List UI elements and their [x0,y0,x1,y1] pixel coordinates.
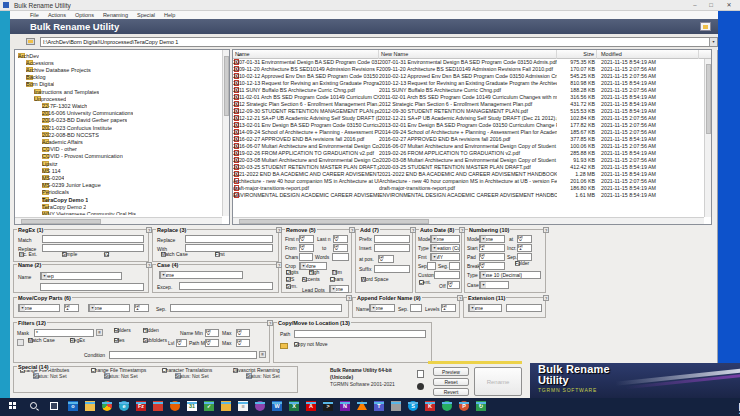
word-icon[interactable]: W [270,399,284,415]
teams-icon[interactable]: T [372,399,386,415]
menu-help[interactable]: Help [164,12,175,18]
tree-item[interactable]: Academic Affairs [16,138,221,145]
list-vertical-scrollbar[interactable] [704,59,711,217]
tree-item[interactable]: WNY Vietnamese Community Oral His [16,210,221,215]
tree-vertical-scrollbar[interactable] [222,50,229,216]
camera-app-icon[interactable] [389,399,403,415]
remove-words-input[interactable] [332,253,349,261]
firefox-icon[interactable] [168,399,182,415]
chrome-icon[interactable] [100,399,114,415]
group-help-button[interactable]: ? [349,227,355,233]
scrollbar-thumb[interactable] [224,56,229,116]
add-prefix-input[interactable] [374,235,410,243]
file-row[interactable]: A2011-02-01 Arch BS SED Program Code 101… [233,94,704,101]
group-help-button[interactable]: ? [457,295,463,301]
move-copy-spinner-2[interactable]: 1▴▾ [134,304,149,312]
group-help-button[interactable]: ? [543,227,549,233]
menu-options[interactable]: Options [75,12,94,18]
teracopy-icon[interactable]: ✓ [202,399,216,415]
group-help-button[interactable]: ? [410,227,416,233]
path-folder-icon[interactable] [26,38,35,45]
group-help-button[interactable]: ? [267,320,273,326]
file-row[interactable]: A2012-12-21 SA+P UB Academic Advising Se… [233,115,704,122]
outlook-icon[interactable]: o [66,399,80,415]
numbering-at-spinner[interactable]: 0▴▾ [517,235,532,243]
auto-date-mode-dropdown[interactable]: None▾ [430,235,460,243]
move-copy-dropdown-2[interactable]: None▾ [88,304,130,312]
powerpoint-icon[interactable]: P [457,399,471,415]
file-row[interactable]: A2020-03-08 Multari Architecture and Env… [233,157,704,164]
recycle-app-icon[interactable]: ↻ [474,399,488,415]
tree-item[interactable]: +MS 114 [16,167,221,174]
filezilla-icon[interactable]: Fz [134,399,148,415]
tree-item[interactable]: -Unprocessed [16,95,221,102]
column-header-modified[interactable]: Modified [599,50,699,59]
banner-copy-icon[interactable] [700,22,711,31]
green-app-icon[interactable] [440,399,454,415]
list-horizontal-scrollbar[interactable] [233,217,704,224]
group-help-button[interactable]: ? [276,262,282,268]
close-button[interactable]: ✕ [722,1,736,10]
copy-move-browse-icon[interactable] [280,343,288,349]
column-header-name[interactable]: Name▲ [233,50,379,59]
filters-name-min-spinner[interactable]: 0▴▾ [205,329,219,337]
red-app-icon[interactable] [151,399,165,415]
file-row[interactable]: A2019-02-26 FROM APPLICATION TO GRADUATI… [233,150,704,157]
group-help-button[interactable]: ? [276,227,282,233]
rename-button[interactable]: Rename [474,367,522,396]
move-copy-sep-input[interactable] [170,304,342,312]
group-help-button[interactable]: ? [543,295,549,301]
menu-special[interactable]: Special [137,12,155,18]
tree-item[interactable]: TeraCopy Demo 2 [16,203,221,210]
tree-item[interactable]: COVID - Provost Communication [16,153,221,160]
path-dropdown-icon[interactable]: ▾ [709,38,717,46]
tree-item[interactable]: +Accessions [16,59,221,66]
preview-button[interactable]: Preview [433,367,469,376]
revert-button[interactable]: Revert [433,388,469,396]
case-dropdown[interactable]: Same▾ [159,271,243,279]
file-row[interactable]: A2012-09-30 STUDENT RETENTION MANAGEMENT… [233,108,704,115]
maximize-button[interactable]: □ [704,1,718,10]
auto-date-type-dropdown[interactable]: Creation (Curr...▾ [430,244,460,252]
tree-item[interactable]: +Backlog [16,74,221,81]
tree-horizontal-scrollbar[interactable] [15,217,222,224]
tree-item[interactable]: +MS-0204 [16,174,221,181]
append-folder-name-dropdown[interactable]: None▾ [369,304,395,312]
onenote-icon[interactable]: N [338,399,352,415]
tree-item[interactable]: 2022-008-BD NCCSTS [16,131,221,138]
paint-icon[interactable] [253,399,267,415]
extension-input[interactable] [506,304,542,312]
move-copy-spinner-1[interactable]: 1▴▾ [64,304,79,312]
filters-mask-menu-icon[interactable]: ≡ [96,329,103,336]
filters-mask-input[interactable]: * [34,329,94,337]
file-row[interactable]: A2007-01-31 Environmental Design BA SED … [233,59,704,66]
filters-lvl-spinner[interactable]: 0▴▾ [176,339,187,347]
menu-actions[interactable]: Actions [48,12,66,18]
minimize-button[interactable]: – [688,1,702,10]
file-row[interactable]: A2010-12-13 Request for Revising an Exis… [233,80,704,87]
file-row[interactable]: A2012 Strategic Plan Section 6 - Enrollm… [233,101,704,108]
group-help-button[interactable]: ? [459,227,465,233]
numbering-incr-spinner[interactable]: 1▴▾ [517,244,532,252]
auto-date-seg-input[interactable] [449,262,460,270]
tree-item[interactable]: -ArchDev [16,52,221,59]
sticky-notes-icon[interactable] [83,399,97,415]
case-exceptions-input[interactable] [179,282,273,290]
tree-item[interactable]: +MS-0239 Junior League [16,182,221,189]
edge-icon[interactable]: e [117,399,131,415]
file-row[interactable]: A2014-09-24 School of Architecture + Pla… [233,129,704,136]
copy-page-icon[interactable] [417,370,424,378]
regex-match-input[interactable] [42,235,144,243]
remove-chars-input[interactable] [299,253,313,261]
add-insert-input[interactable] [374,244,410,252]
tree-item[interactable]: +2016-006 University Communications [16,110,221,117]
file-row[interactable]: AENVIRONMENTAL DESIGN ACADEMIC CAREER AD… [233,192,704,199]
remove-from-spinner[interactable]: 0▴▾ [299,244,314,252]
column-header-size[interactable]: Size [557,50,597,59]
file-row[interactable]: A2021-2022 END BA ACADEMIC AND CAREER AD… [233,171,704,178]
excel-icon[interactable]: X [287,399,301,415]
extension-dropdown[interactable]: Same▾ [468,304,502,312]
numbering-mode-dropdown[interactable]: None▾ [479,235,505,243]
group-help-button[interactable]: ? [146,227,152,233]
file-row[interactable]: A2016-06-07 Multari Architecture and Env… [233,143,704,150]
